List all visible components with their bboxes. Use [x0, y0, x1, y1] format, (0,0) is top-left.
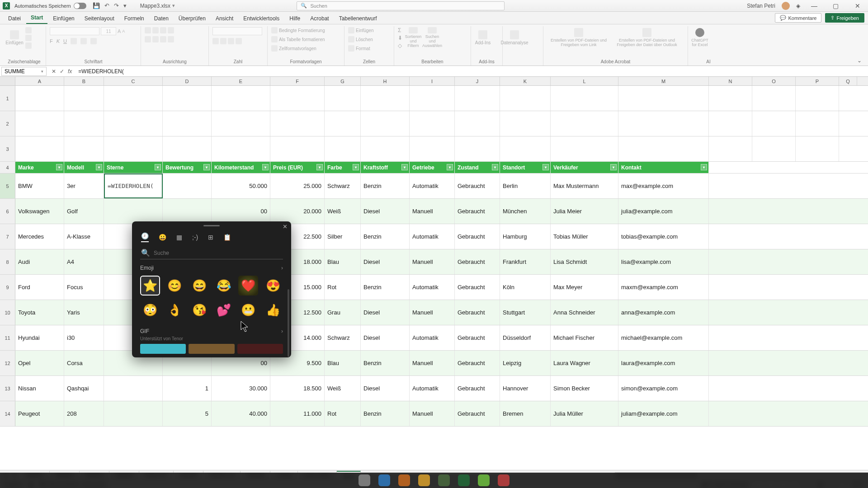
cell[interactable]	[15, 111, 64, 136]
cell[interactable]: 25.000	[270, 174, 325, 198]
cell[interactable]: Diesel	[361, 249, 410, 274]
column-header[interactable]: C	[104, 77, 163, 85]
filter-dropdown-icon[interactable]: ▾	[96, 164, 102, 170]
column-header[interactable]: M	[618, 77, 709, 85]
fx-icon[interactable]: fx	[68, 68, 72, 75]
cell[interactable]	[325, 111, 361, 136]
cell[interactable]: michael@example.com	[618, 325, 709, 350]
cell[interactable]: Automatik	[410, 275, 455, 300]
cell[interactable]: Düsseldorf	[500, 325, 551, 350]
cell[interactable]: Diesel	[361, 376, 410, 401]
gif-thumb[interactable]	[140, 344, 186, 354]
cell[interactable]	[796, 136, 839, 161]
ribbon-tab-datei[interactable]: Datei	[4, 13, 25, 24]
cell[interactable]	[361, 111, 410, 136]
table-header[interactable]: Bewertung▾	[163, 162, 212, 173]
cell[interactable]: Blau	[325, 351, 361, 375]
row-header[interactable]: 1	[0, 86, 15, 111]
emoji-picker[interactable]: ✕ 🕘😀▦;-)⊞📋 🔍 Emoji› ⭐😊😄😂❤️😍😳👌😘💕😬👍 GIF› U…	[132, 221, 291, 357]
cancel-formula-icon[interactable]: ✕	[52, 68, 56, 75]
select-all-corner[interactable]	[0, 77, 15, 85]
cell[interactable]	[163, 199, 212, 224]
cell[interactable]: Köln	[500, 275, 551, 300]
cell[interactable]: Laura Wagner	[551, 351, 618, 375]
comments-button[interactable]: 💬Kommentare	[775, 13, 821, 23]
column-header[interactable]: F	[270, 77, 325, 85]
cell[interactable]: Benzin	[361, 401, 410, 426]
gif-thumb[interactable]	[189, 344, 234, 354]
format-cells[interactable]: Format	[356, 46, 370, 51]
cell[interactable]: Nissan	[15, 376, 64, 401]
taskbar-icon[interactable]	[438, 474, 450, 486]
emoji-scrollbar[interactable]	[288, 289, 289, 357]
cell[interactable]: Gebraucht	[455, 300, 500, 325]
cell[interactable]	[551, 111, 618, 136]
fill-color-button[interactable]	[80, 38, 87, 44]
cell[interactable]: Hannover	[500, 376, 551, 401]
cell[interactable]	[212, 136, 270, 161]
cell[interactable]: Silber	[325, 224, 361, 249]
emoji-item[interactable]: ❤️	[238, 276, 258, 296]
cell[interactable]: Stuttgart	[500, 300, 551, 325]
taskbar-icon[interactable]	[378, 474, 390, 486]
cell[interactable]	[410, 86, 455, 111]
qat-dropdown-icon[interactable]: ▾	[123, 2, 127, 9]
emoji-item[interactable]: 😬	[238, 300, 258, 320]
column-header[interactable]: Q	[839, 77, 857, 85]
taskbar-icon[interactable]	[498, 474, 509, 486]
cell[interactable]	[163, 111, 212, 136]
cell[interactable]: Hamburg	[500, 224, 551, 249]
cell[interactable]: Opel	[15, 351, 64, 375]
cell[interactable]: simon@example.com	[618, 376, 709, 401]
cell[interactable]: Tobias Müller	[551, 224, 618, 249]
cell[interactable]: Benzin	[361, 351, 410, 375]
cell[interactable]: Rot	[325, 275, 361, 300]
column-header[interactable]: B	[64, 77, 104, 85]
cell[interactable]: juliam@example.com	[618, 401, 709, 426]
cell[interactable]: Volkswagen	[15, 199, 64, 224]
ribbon-tab-seitenlayout[interactable]: Seitenlayout	[80, 13, 119, 24]
table-header[interactable]: Kontakt▾	[618, 162, 709, 173]
cell[interactable]: Golf	[64, 199, 104, 224]
column-header[interactable]: J	[455, 77, 500, 85]
column-header[interactable]: I	[410, 77, 455, 85]
cell[interactable]	[752, 111, 796, 136]
cell[interactable]: anna@example.com	[618, 300, 709, 325]
cell[interactable]: Simon Becker	[551, 376, 618, 401]
ribbon-tab-hilfe[interactable]: Hilfe	[285, 13, 305, 24]
cell[interactable]: Hyundai	[15, 325, 64, 350]
cell[interactable]: Weiß	[325, 199, 361, 224]
cell[interactable]	[163, 86, 212, 111]
cell[interactable]	[796, 111, 839, 136]
cell[interactable]	[709, 86, 752, 111]
cell[interactable]: Gebraucht	[455, 249, 500, 274]
row-header[interactable]: 3	[0, 136, 15, 161]
column-header[interactable]: P	[796, 77, 839, 85]
gif-thumb[interactable]	[237, 344, 283, 354]
pdf-share-link[interactable]: Erstellen von PDF-Dateien und Freigeben …	[547, 27, 610, 48]
cell[interactable]: Toyota	[15, 300, 64, 325]
cell[interactable]	[163, 136, 212, 161]
search-box[interactable]: 🔍 Suchen	[297, 1, 505, 10]
cell[interactable]: Diesel	[361, 300, 410, 325]
taskbar-icon[interactable]	[458, 474, 470, 486]
cell[interactable]: Audi	[15, 249, 64, 274]
cell[interactable]: Manuell	[410, 351, 455, 375]
filter-dropdown-icon[interactable]: ▾	[542, 164, 549, 170]
maximize-button[interactable]: ▢	[828, 2, 844, 9]
ribbon-tab-start[interactable]: Start	[26, 12, 47, 24]
emoji-item[interactable]: 😍	[263, 276, 283, 296]
cell[interactable]: Yaris	[64, 300, 104, 325]
find-select-button[interactable]: Suchen und Auswählen	[424, 27, 440, 48]
row-header[interactable]: 12	[0, 351, 15, 375]
cell[interactable]: Ford	[15, 275, 64, 300]
cell[interactable]: Automatik	[410, 174, 455, 198]
cell[interactable]	[104, 111, 163, 136]
chevron-right-icon[interactable]: ›	[281, 328, 283, 334]
filename[interactable]: Mappe3.xlsx	[140, 3, 170, 9]
column-header[interactable]: E	[212, 77, 270, 85]
emoji-item[interactable]: 😳	[140, 300, 160, 320]
cell[interactable]: lisa@example.com	[618, 249, 709, 274]
cell[interactable]: 18.500	[270, 376, 325, 401]
cell[interactable]: Benzin	[361, 275, 410, 300]
